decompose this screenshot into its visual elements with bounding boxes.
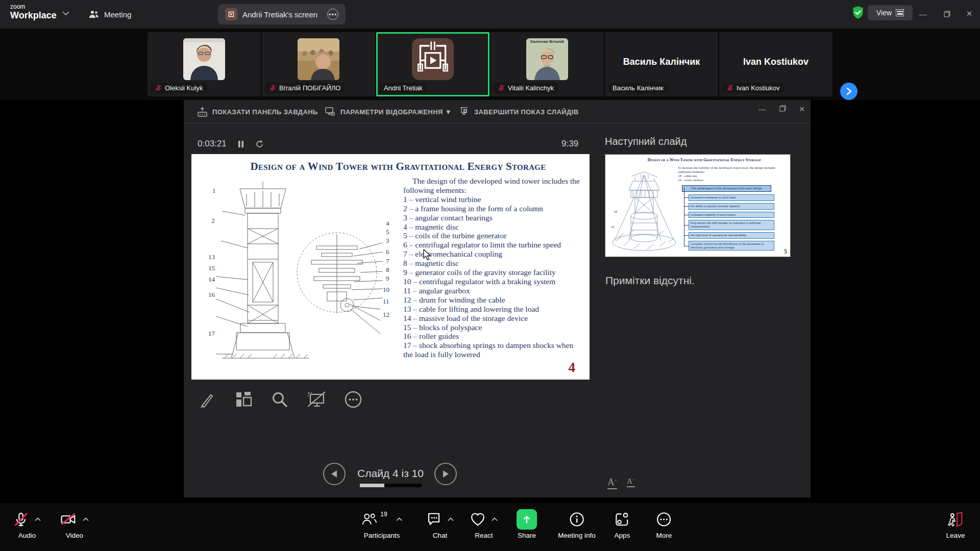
participants-chevron-icon[interactable] [397,517,403,521]
taskbar-icon [198,107,207,117]
audio-options-chevron-icon[interactable] [35,517,41,521]
current-slide: Design of a Wind Tower with Gravitationa… [191,154,590,380]
tab-shared-screen-label: Andrii Tretiak's screen [242,10,317,19]
react-button[interactable]: React [470,508,498,539]
display-settings-icon [325,107,335,117]
leave-button[interactable]: Leave [946,508,965,539]
display-options-button[interactable]: ПАРАМЕТРИ ВІДОБРАЖЕННЯ ▼ [325,100,452,123]
slide-body-text: The design of the developed wind tower i… [403,177,585,359]
presenter-restore-button[interactable] [776,105,789,113]
apps-button[interactable]: Apps [615,508,630,539]
zoom-workplace-logo: zoom Workplace [10,4,57,20]
pause-icon[interactable] [238,140,244,148]
participant-tile-vasyl-kalinchyk[interactable]: Василь Калінчик Василь Калінчик [605,32,718,96]
chevron-down-icon[interactable] [62,11,69,16]
react-chevron-icon[interactable] [492,517,498,521]
share-screen-icon [517,509,537,530]
slide-page-number: 4 [569,360,576,375]
tab-meeting-label: Meeting [104,10,131,19]
thumbnail-intro: To increase the stability of the develop… [678,166,788,182]
meeting-info-button[interactable]: Meeting info [558,508,596,539]
next-slide-button[interactable] [434,463,457,485]
video-options-chevron-icon[interactable] [83,517,89,521]
screen-share-icon [225,8,237,20]
show-taskbar-button[interactable]: ПОКАЗАТИ ПАНЕЛЬ ЗАВДАНЬ [198,100,318,123]
presentation-timer: 0:03:21 [198,139,264,149]
thumbnail-title: Design of a Wind Tower with Gravitationa… [621,158,788,162]
tab-shared-screen[interactable]: Andrii Tretiak's screen ••• [218,4,346,24]
participant-tile-vitalii-pobihailo[interactable]: Віталій ПОБІГАЙЛО [262,32,375,96]
meeting-controls-bar: Audio Video 19 Participants Chat React [0,503,980,551]
participant-tile-oleksii-kulyk[interactable]: Oleksii Kulyk [148,32,261,96]
window-close-button[interactable]: ✕ [962,7,977,20]
participants-button[interactable]: 19 Participants [361,508,402,539]
zoom-magnifier-icon[interactable] [268,388,291,411]
mouse-cursor [423,249,432,261]
avatar [298,38,339,80]
tab-options-icon[interactable]: ••• [327,9,338,20]
svg-text:19: 19 [610,225,615,229]
avatar [183,38,225,80]
slide-intro: The design of the developed wind tower i… [403,177,585,195]
presenter-minimize-button[interactable]: — [755,105,769,113]
more-button[interactable]: More [656,508,672,539]
audio-button[interactable]: Audio [13,508,41,539]
thumbnail-tower-sketch: 18 19 [608,166,680,255]
participant-tile-andrii-tretiak[interactable]: Andrii Tretiak [376,32,489,96]
more-options-icon[interactable] [342,388,364,411]
next-slide-thumbnail[interactable]: Design of a Wind Tower with Gravitationa… [605,154,791,257]
info-icon [569,512,584,527]
participant-name-label: Vitalii Kalinchyk [494,83,558,93]
restart-timer-icon[interactable] [255,140,264,148]
advantages-list: increased resistance to wind loadsthe ab… [689,194,774,251]
view-label: View [876,9,892,17]
advantages-header-box: The advantages of the developed wind tow… [682,185,771,192]
next-participants-button[interactable] [840,83,857,100]
participant-name-label: Ivan Kostiukov [722,83,785,93]
slide-progress-bar[interactable] [360,484,422,487]
black-screen-toggle-icon[interactable] [305,388,328,411]
avatar: Калінчик Віталій [526,38,568,80]
muted-mic-icon [727,85,733,91]
slide-thumbnails-icon[interactable] [232,388,254,411]
window-minimize-button[interactable]: — [915,7,930,20]
participant-tile-vitalii-kalinchyk[interactable]: Калінчик Віталій Vitalii Kalinchyk [491,32,604,96]
view-button[interactable]: View [868,5,913,20]
presenter-close-button[interactable]: ✕ [795,105,808,113]
participants-count-badge: 19 [380,511,387,518]
clock-time: 9:39 [561,139,578,149]
participant-name-label: Василь Калінчик [608,83,668,93]
participant-display-name: Василь Калінчик [605,57,718,67]
decrease-font-button[interactable]: A− [627,477,635,487]
app-title-bar: zoom Workplace Meeting Andrii Tretiak's … [0,0,980,29]
participant-tile-ivan-kostiukov[interactable]: Ivan Kostiukov Ivan Kostiukov [719,32,832,96]
avatar-caption: Калінчик Віталій [526,39,568,44]
end-slideshow-button[interactable]: ЗАВЕРШИТИ ПОКАЗ СЛАЙДІВ [459,100,578,123]
elapsed-time: 0:03:21 [198,139,227,149]
pen-tool-icon[interactable] [195,388,217,411]
avatar-circuit-logo [412,38,454,80]
increase-font-button[interactable]: A+ [607,477,617,489]
slide-item-list: 1 – vertical wind turbine2 – a frame hou… [403,195,585,359]
end-show-icon [459,107,469,117]
svg-text:18: 18 [614,210,618,214]
presenter-toolbar: ПОКАЗАТИ ПАНЕЛЬ ЗАВДАНЬ ПАРАМЕТРИ ВІДОБР… [184,100,811,123]
window-maximize-button[interactable] [939,7,954,20]
leave-door-icon [947,512,964,527]
chat-button[interactable]: Chat [426,508,454,539]
apps-icon [615,512,630,527]
participant-name-label: Віталій ПОБІГАЙЛО [265,83,345,93]
security-shield-icon[interactable] [851,6,865,20]
video-button[interactable]: Video [60,508,89,539]
tab-meeting[interactable]: Meeting [82,4,138,24]
more-ellipsis-icon [656,512,672,527]
participant-name-label: Andrii Tretiak [379,83,427,93]
participants-icon [361,512,377,527]
chat-chevron-icon[interactable] [448,517,454,521]
muted-mic-icon [13,512,29,527]
next-slide-header: Наступний слайд [605,136,687,147]
share-button[interactable]: Share [517,508,537,539]
slide-progress-fill [360,484,384,487]
heart-icon [470,512,485,527]
thumbnail-page-number: 5 [784,248,787,256]
